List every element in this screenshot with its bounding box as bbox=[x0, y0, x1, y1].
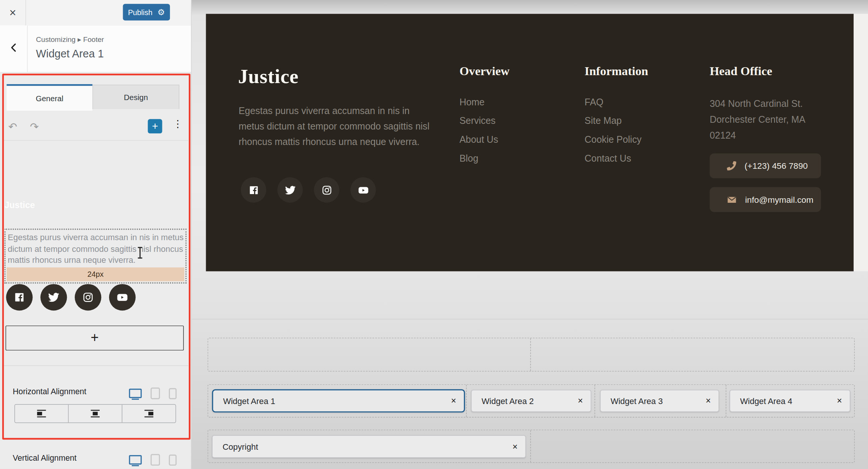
close-icon[interactable]: × bbox=[451, 396, 456, 405]
footer-link[interactable]: Home bbox=[459, 96, 510, 108]
toolbar-divider bbox=[3, 140, 188, 140]
spacer-block[interactable]: 24px bbox=[7, 267, 185, 281]
breadcrumb: Customizing ▸ Footer bbox=[36, 35, 104, 44]
panel-brand-text[interactable]: Justice bbox=[5, 201, 35, 210]
pill-label: Copyright bbox=[222, 442, 258, 451]
text-cursor bbox=[137, 247, 143, 259]
chevron-left-icon bbox=[8, 42, 19, 55]
footer-link[interactable]: Site Map bbox=[584, 115, 648, 127]
footer-link[interactable]: FAQ bbox=[584, 96, 648, 108]
footer-col-information: Information FAQ Site Map Cookie Policy C… bbox=[584, 64, 648, 171]
tab-general[interactable]: General bbox=[7, 84, 93, 111]
footer-col-overview: Overview Home Services About Us Blog bbox=[459, 64, 510, 171]
mobile-icon[interactable] bbox=[169, 454, 177, 465]
vertical-alignment-label: Vertical Alignment bbox=[13, 454, 77, 462]
redo-icon[interactable]: ↷ bbox=[30, 121, 39, 132]
paragraph-block[interactable]: Egestas purus viverra accumsan in nis in… bbox=[5, 229, 187, 283]
address-line: 02124 bbox=[710, 128, 806, 144]
tab-design[interactable]: Design bbox=[93, 85, 179, 109]
horizontal-alignment-group bbox=[14, 404, 176, 423]
customizer-screen: Justice Egestas purus viverra accumsan i… bbox=[0, 0, 868, 469]
add-block-button[interactable]: + bbox=[148, 119, 162, 133]
footer-preview[interactable]: Justice Egestas purus viverra accumsan i… bbox=[206, 14, 853, 272]
spacer-height-label: 24px bbox=[87, 270, 103, 278]
align-left-button[interactable] bbox=[15, 405, 68, 423]
options-menu-icon[interactable]: ⋮ bbox=[173, 118, 182, 130]
tablet-icon[interactable] bbox=[151, 454, 160, 466]
facebook-icon[interactable] bbox=[241, 177, 266, 202]
email-button[interactable]: info@mymail.com bbox=[710, 187, 821, 212]
widget-area-3-pill[interactable]: Widget Area 3 × bbox=[600, 390, 719, 412]
align-right-icon bbox=[143, 409, 155, 418]
desktop-icon[interactable] bbox=[129, 389, 142, 398]
align-left-icon bbox=[35, 409, 48, 418]
phone-button[interactable]: (+123) 456 7890 bbox=[710, 153, 821, 178]
row-cell-divider bbox=[726, 385, 726, 417]
publish-button[interactable]: Publish ⚙ bbox=[123, 4, 170, 20]
address-line: 304 North Cardinal St. bbox=[710, 96, 806, 112]
desktop-icon[interactable] bbox=[129, 455, 142, 464]
footer-link[interactable]: Blog bbox=[459, 153, 510, 165]
twitter-icon[interactable] bbox=[278, 177, 303, 202]
footer-social-row bbox=[241, 177, 376, 202]
align-center-icon bbox=[89, 409, 101, 418]
section-divider bbox=[3, 366, 188, 366]
empty-widget-row[interactable] bbox=[208, 338, 855, 371]
footer-link[interactable]: Services bbox=[459, 115, 510, 127]
footer-description[interactable]: Egestas purus viverra accumsan in nis in… bbox=[239, 103, 430, 150]
youtube-icon[interactable] bbox=[109, 284, 136, 310]
tablet-icon[interactable] bbox=[151, 387, 160, 399]
footer-link[interactable]: Contact Us bbox=[584, 153, 648, 165]
email-icon bbox=[727, 194, 737, 204]
paragraph-text[interactable]: Egestas purus viverra accumsan in nis in… bbox=[6, 230, 186, 267]
undo-icon[interactable]: ↶ bbox=[8, 121, 17, 132]
gear-icon[interactable]: ⚙ bbox=[157, 7, 165, 17]
page-margin-strip bbox=[854, 14, 868, 272]
phone-icon bbox=[727, 161, 736, 171]
responsive-toggle-horizontal bbox=[129, 387, 177, 399]
col-title: Information bbox=[584, 64, 648, 79]
twitter-icon[interactable] bbox=[40, 284, 67, 310]
close-icon[interactable]: × bbox=[837, 396, 842, 405]
pill-label: Widget Area 4 bbox=[740, 396, 792, 406]
row-cell-divider bbox=[595, 385, 595, 417]
row-cell-divider bbox=[530, 338, 531, 371]
footer-link[interactable]: Cookie Policy bbox=[584, 134, 648, 146]
address-line: Dorchester Center, MA bbox=[710, 112, 806, 128]
instagram-icon[interactable] bbox=[75, 284, 101, 310]
page-title: Widget Area 1 bbox=[36, 48, 104, 60]
copyright-pill[interactable]: Copyright × bbox=[212, 435, 526, 458]
widget-area-2-pill[interactable]: Widget Area 2 × bbox=[471, 390, 591, 412]
facebook-icon[interactable] bbox=[6, 284, 32, 310]
footer-link[interactable]: About Us bbox=[459, 134, 510, 146]
horizontal-alignment-label: Horizontal Alignment bbox=[13, 387, 86, 396]
preview-section-divider bbox=[191, 319, 868, 319]
responsive-toggle-vertical bbox=[129, 454, 177, 466]
pill-label: Widget Area 2 bbox=[482, 396, 534, 406]
email-address: info@mymail.com bbox=[745, 194, 814, 204]
close-icon[interactable]: × bbox=[578, 396, 583, 405]
widget-area-1-pill[interactable]: Widget Area 1 × bbox=[212, 389, 465, 413]
row-cell-divider bbox=[466, 385, 467, 417]
pill-label: Widget Area 1 bbox=[223, 396, 275, 406]
close-icon[interactable]: × bbox=[706, 396, 711, 405]
align-center-button[interactable] bbox=[68, 405, 122, 423]
pill-label: Widget Area 3 bbox=[611, 396, 663, 406]
align-right-button[interactable] bbox=[122, 405, 176, 423]
row-cell-divider bbox=[530, 430, 531, 462]
publish-label: Publish bbox=[128, 8, 153, 16]
panel-social-row bbox=[6, 284, 136, 310]
col-title: Head Office bbox=[710, 64, 806, 79]
footer-col-head-office: Head Office 304 North Cardinal St. Dorch… bbox=[710, 64, 806, 143]
back-button[interactable] bbox=[0, 25, 28, 72]
block-appender-button[interactable]: + bbox=[6, 326, 184, 350]
youtube-icon[interactable] bbox=[350, 177, 376, 202]
close-customizer-button[interactable]: × bbox=[0, 0, 26, 25]
col-title: Overview bbox=[459, 64, 510, 79]
instagram-icon[interactable] bbox=[314, 177, 339, 202]
footer-brand[interactable]: Justice bbox=[238, 65, 299, 88]
phone-number: (+123) 456 7890 bbox=[745, 161, 808, 171]
mobile-icon[interactable] bbox=[169, 388, 177, 399]
widget-area-4-pill[interactable]: Widget Area 4 × bbox=[729, 390, 850, 412]
close-icon[interactable]: × bbox=[512, 442, 518, 451]
